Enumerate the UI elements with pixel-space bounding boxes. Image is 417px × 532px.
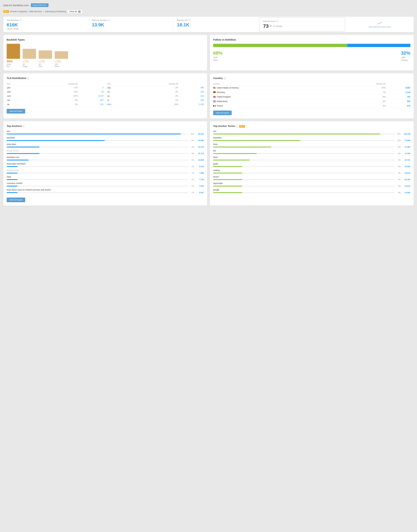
anchor-count: 7,626 bbox=[196, 185, 204, 187]
referring-ips-card: Referring IPs i 18.1K bbox=[174, 17, 259, 32]
category-sep: • bbox=[43, 10, 44, 13]
anchor-pct: 3% bbox=[189, 146, 194, 148]
anchor-term-pct: 4% bbox=[396, 185, 401, 187]
top-anchor-terms-list: seo 23% 138,739 backlinko 12% 76,688 bri… bbox=[213, 130, 410, 194]
anchor-term-item: backlinko 12% 76,688 bbox=[213, 137, 410, 141]
anchor-bar-fill bbox=[7, 166, 18, 167]
follow-bar bbox=[213, 44, 347, 47]
anchor-bar-row: 1% 7,626 bbox=[7, 185, 204, 187]
anchor-term-bar-fill bbox=[213, 147, 271, 147]
anchor-term-pct: 4% bbox=[396, 172, 401, 174]
anchor-count: 18,178 bbox=[196, 146, 204, 148]
tld-col2-domain-header: Domain (N) bbox=[130, 82, 178, 86]
tld-col2: TLD Domain (N) .org 2% 290 .co 2% 234 .a… bbox=[107, 82, 204, 107]
tld-count: 411 bbox=[78, 102, 104, 107]
anchor-term-bar-fill bbox=[213, 153, 257, 154]
svg-point-0 bbox=[381, 22, 381, 22]
country-pct: 57% bbox=[339, 86, 386, 90]
show-all-count-badge: 4 bbox=[78, 11, 81, 13]
top-anchor-terms-info-icon[interactable]: i bbox=[236, 125, 238, 127]
country-count: 570 bbox=[386, 104, 410, 108]
anchor-item: Empty Anchor 3% 15,714 bbox=[7, 150, 204, 154]
tld-count: 208 bbox=[178, 98, 204, 102]
total-backlinks-value: 616K bbox=[7, 22, 85, 28]
anchor-term-pct: 8% bbox=[396, 146, 401, 148]
anchor-term-bar-bg bbox=[213, 147, 395, 147]
country-name: 🇩🇪Germany bbox=[213, 90, 339, 95]
anchor-term-bar-bg bbox=[213, 179, 395, 180]
anchor-term-bar-row: 5% 32,721 bbox=[213, 159, 410, 161]
backlink-type-item: <1% 39 form bbox=[39, 50, 52, 67]
anchor-label: seo bbox=[7, 130, 204, 132]
tld-info-icon[interactable]: i bbox=[27, 77, 29, 79]
country-info-icon[interactable]: i bbox=[223, 77, 226, 79]
anchor-bar-bg bbox=[7, 160, 188, 161]
anchors-view-full-report-button[interactable]: View full report bbox=[7, 197, 25, 202]
anchor-term-label: google bbox=[213, 189, 410, 191]
referring-domains-info-icon[interactable]: i bbox=[108, 19, 110, 21]
anchor-term-count: 76,688 bbox=[402, 140, 410, 141]
referring-ips-info-icon[interactable]: i bbox=[188, 19, 190, 21]
anchor-term-item: the 6% 37,694 bbox=[213, 150, 410, 154]
tld-name: .org bbox=[107, 86, 130, 90]
backlink-count-text: 614K bbox=[7, 63, 11, 65]
authority-no-changes: no changes bbox=[273, 25, 282, 27]
tld-col1-tld-header: TLD bbox=[7, 82, 29, 86]
anchor-term-bar-fill bbox=[213, 134, 380, 134]
tld-count: 2 bbox=[78, 86, 104, 90]
tld-view-full-report-button[interactable]: View full report bbox=[7, 109, 25, 114]
anchor-term-count: 25,391 bbox=[402, 178, 410, 181]
country-count: 763 bbox=[386, 95, 410, 99]
anchor-bar-row: 1% 6,597 bbox=[7, 192, 204, 194]
country-card: Country i Country Domain (N) 🇺🇸United St… bbox=[210, 73, 414, 119]
backlinks-neg-change: -47.6K bbox=[13, 28, 18, 30]
anchor-term-item: skyscraper 4% 24,613 bbox=[213, 182, 410, 187]
authority-score-info-icon[interactable]: i bbox=[276, 20, 278, 22]
category2: Advertising & Marketing bbox=[45, 10, 66, 13]
anchor-item: skyscraper technique 1% 9,194 bbox=[7, 163, 204, 167]
anchor-term-bar-fill bbox=[213, 192, 242, 193]
show-all-button[interactable]: Show all 4 bbox=[68, 10, 83, 13]
beta-badge: BETA bbox=[3, 10, 9, 13]
anchor-bar-row: 3% 15,714 bbox=[7, 152, 204, 154]
anchor-term-item: guide 4% 26,924 bbox=[213, 163, 410, 167]
total-backlinks-info-icon[interactable]: i bbox=[20, 19, 22, 21]
anchor-item: reply 1% 7,746 bbox=[7, 176, 204, 181]
anchor-term-label: dean bbox=[213, 156, 410, 158]
anchor-term-bar-bg bbox=[213, 173, 395, 174]
top-anchors-info-icon[interactable]: i bbox=[22, 125, 25, 127]
anchor-pct: 1% bbox=[189, 172, 194, 174]
page-title: Data for backlinko.com bbox=[3, 4, 29, 7]
authority-score-label: Authority Score bbox=[263, 20, 276, 22]
anchor-bar-fill bbox=[7, 160, 29, 161]
country-view-full-report-button[interactable]: View full report bbox=[213, 110, 232, 115]
anchor-label: Empty Anchor bbox=[7, 169, 204, 172]
top-anchors-title: Top Anchors i bbox=[7, 125, 204, 127]
tld-name: .com bbox=[7, 94, 29, 98]
backlink-pct-image: <1% bbox=[23, 60, 29, 63]
follow-pct: 68% bbox=[213, 50, 222, 56]
anchor-term-bar-fill bbox=[213, 166, 242, 167]
anchor-bar-fill bbox=[7, 134, 181, 134]
authority-score-value: 73 bbox=[263, 23, 269, 29]
country-count: 606 bbox=[386, 99, 410, 104]
tld-title: TLD Distribution i bbox=[7, 77, 204, 79]
anchor-bar-fill bbox=[7, 186, 18, 186]
anchor-term-label: ranking bbox=[213, 169, 410, 172]
anchor-pct: 3% bbox=[189, 152, 194, 154]
anchor-term-pct: 12% bbox=[396, 140, 401, 141]
export-button[interactable]: Export PDF/CSV bbox=[31, 3, 49, 7]
country-count: 1,144 bbox=[386, 90, 410, 95]
country-name: 🇳🇱Netherlands bbox=[213, 99, 339, 104]
anchor-bar-fill bbox=[7, 192, 18, 193]
anchor-bar-bg bbox=[7, 179, 188, 180]
view-trend-button[interactable]: View Authority Score Trend bbox=[346, 17, 414, 32]
backlink-type-item: <1% 2K image bbox=[23, 49, 36, 67]
follow-nofollow-bar bbox=[213, 44, 410, 47]
country-row: 🇺🇸United States of America 57% 9,697 bbox=[213, 86, 410, 90]
backlink-types-list: 99% 614K text <1% 2K image <1% 39 form <… bbox=[7, 44, 204, 67]
anchor-term-bar-row: 4% 25,391 bbox=[213, 178, 410, 181]
tld-count: 467 bbox=[78, 98, 104, 102]
row-tld-country: TLD Distribution i TLD Domain (N) .gov <… bbox=[3, 73, 414, 119]
anchor-term-count: 138,739 bbox=[402, 133, 410, 135]
